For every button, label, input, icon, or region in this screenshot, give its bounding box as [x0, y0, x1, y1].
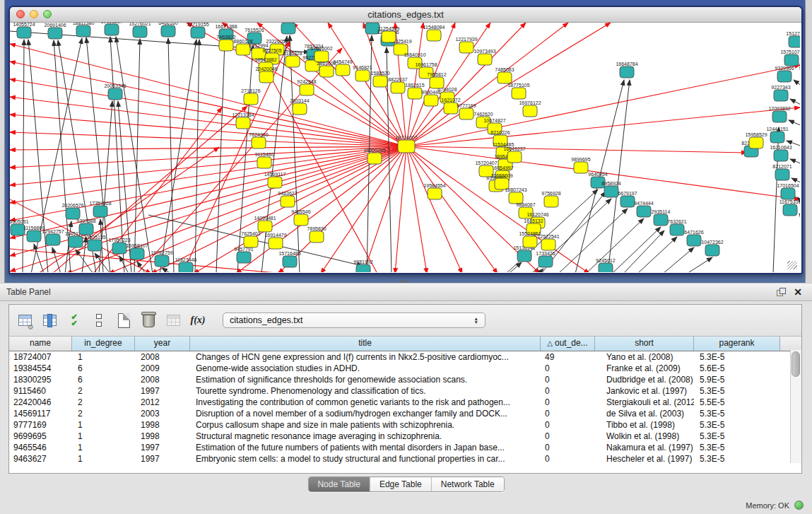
graph-node[interactable]	[705, 245, 719, 256]
graph-node[interactable]	[355, 70, 370, 81]
graph-edge[interactable]	[168, 38, 174, 272]
graph-node[interactable]	[179, 262, 193, 272]
create-table-button[interactable]	[115, 312, 132, 329]
graph-node[interactable]	[478, 54, 492, 65]
network-canvas[interactable]: 1405572420691406188113801065328715276021…	[10, 23, 800, 272]
table-row[interactable]: 977716911998Corpus callosum shape and si…	[9, 419, 801, 431]
graph-node[interactable]	[236, 44, 250, 55]
graph-edge[interactable]	[794, 80, 800, 86]
graph-node[interactable]	[237, 252, 251, 263]
graph-node[interactable]	[69, 236, 83, 247]
table-row[interactable]: 969969511998Structural magnetic resonanc…	[9, 431, 801, 442]
graph-node[interactable]	[46, 234, 60, 245]
graph-node[interactable]	[599, 263, 613, 272]
graph-node[interactable]	[398, 140, 415, 153]
graph-node[interactable]	[133, 26, 147, 37]
graph-node[interactable]	[294, 214, 308, 226]
graph-node[interactable]	[310, 231, 324, 243]
table-selector-dropdown[interactable]: citations_edges.txt ▲▼	[223, 313, 486, 328]
graph-node[interactable]	[687, 235, 701, 246]
graph-node[interactable]	[774, 150, 788, 161]
table-row[interactable]: 2242004622012Investigating the contribut…	[9, 397, 801, 408]
graph-edge[interactable]	[406, 146, 462, 272]
table-row[interactable]: 1830029562008Estimation of significance …	[9, 374, 801, 385]
graph-node[interactable]	[781, 188, 795, 199]
float-panel-icon[interactable]	[777, 288, 785, 296]
graph-node[interactable]	[430, 77, 444, 88]
graph-node[interactable]	[544, 196, 558, 207]
show-columns-button[interactable]	[41, 312, 58, 329]
graph-node[interactable]	[539, 256, 553, 267]
graph-node[interactable]	[541, 239, 555, 250]
zoom-window-button[interactable]	[43, 10, 52, 18]
column-header-name[interactable]: name	[9, 337, 72, 351]
column-header-year[interactable]: year	[135, 337, 190, 351]
graph-node[interactable]	[523, 105, 537, 117]
graph-node[interactable]	[356, 264, 370, 272]
graph-edge[interactable]	[623, 230, 664, 272]
column-header-in_degree[interactable]: in_degree	[72, 337, 135, 351]
table-row[interactable]: 1872400712008Changes of HCN gene express…	[9, 351, 801, 363]
table-vertical-scrollbar[interactable]	[790, 350, 801, 463]
graph-edge[interactable]	[195, 40, 199, 272]
graph-node[interactable]	[258, 221, 272, 232]
graph-node[interactable]	[382, 31, 396, 42]
graph-node[interactable]	[130, 248, 144, 259]
graph-node[interactable]	[783, 204, 797, 216]
graph-edge[interactable]	[290, 35, 300, 272]
table-row[interactable]: 911546021997Tourette syndrome. Phenomeno…	[9, 385, 801, 397]
graph-node[interactable]	[281, 196, 295, 207]
graph-node[interactable]	[367, 153, 382, 164]
close-window-button[interactable]	[16, 10, 25, 18]
graph-edge[interactable]	[558, 209, 628, 272]
graph-node[interactable]	[259, 71, 273, 83]
graph-node[interactable]	[191, 27, 205, 38]
network-window-titlebar[interactable]: citations_edges.txt	[10, 7, 801, 23]
table-row[interactable]: 946362711997Embryonic stem cells: a mode…	[9, 453, 801, 465]
column-header-short[interactable]: short	[595, 337, 694, 351]
graph-node[interactable]	[749, 137, 763, 148]
tab-network-table[interactable]: Network Table	[432, 477, 504, 491]
graph-node[interactable]	[789, 36, 800, 47]
graph-edge[interactable]	[406, 146, 747, 153]
graph-node[interactable]	[27, 230, 41, 242]
graph-node[interactable]	[108, 88, 122, 100]
graph-node[interactable]	[66, 208, 80, 219]
graph-node[interactable]	[774, 90, 788, 101]
citation-graph[interactable]: 1405572420691406188113801065328715276021…	[10, 23, 800, 272]
graph-node[interactable]	[286, 56, 300, 67]
graph-node[interactable]	[79, 223, 93, 235]
graph-node[interactable]	[17, 27, 31, 38]
graph-edge[interactable]	[663, 247, 694, 272]
graph-node[interactable]	[88, 240, 102, 251]
graph-node[interactable]	[654, 214, 668, 226]
graph-edge[interactable]	[10, 146, 406, 185]
graph-edge[interactable]	[612, 227, 661, 272]
graph-node[interactable]	[336, 64, 350, 76]
tab-node-table[interactable]: Node Table	[308, 477, 370, 491]
graph-node[interactable]	[637, 206, 651, 217]
graph-edge[interactable]	[790, 99, 800, 105]
graph-edge[interactable]	[799, 214, 800, 218]
graph-edge[interactable]	[52, 247, 61, 272]
column-header-title[interactable]: title	[190, 337, 541, 351]
table-row[interactable]: 946554611997Estimation of the future num…	[9, 442, 801, 453]
graph-edge[interactable]	[687, 257, 712, 272]
graph-node[interactable]	[784, 54, 799, 66]
graph-node[interactable]	[293, 103, 307, 115]
table-settings-button[interactable]: ⚙	[16, 312, 33, 329]
graph-edge[interactable]	[789, 120, 800, 126]
graph-node[interactable]	[257, 157, 271, 168]
graph-node[interactable]	[424, 95, 438, 106]
graph-node[interactable]	[775, 169, 789, 180]
column-header-out_de[interactable]: △out_de...	[541, 337, 595, 351]
graph-node[interactable]	[155, 255, 169, 267]
graph-node[interactable]	[281, 23, 295, 34]
graph-edge[interactable]	[406, 146, 427, 272]
graph-node[interactable]	[161, 25, 175, 37]
graph-node[interactable]	[269, 238, 283, 249]
graph-edge[interactable]	[23, 40, 24, 272]
graph-node[interactable]	[772, 111, 787, 122]
graph-node[interactable]	[498, 72, 512, 83]
graph-node[interactable]	[300, 84, 314, 95]
